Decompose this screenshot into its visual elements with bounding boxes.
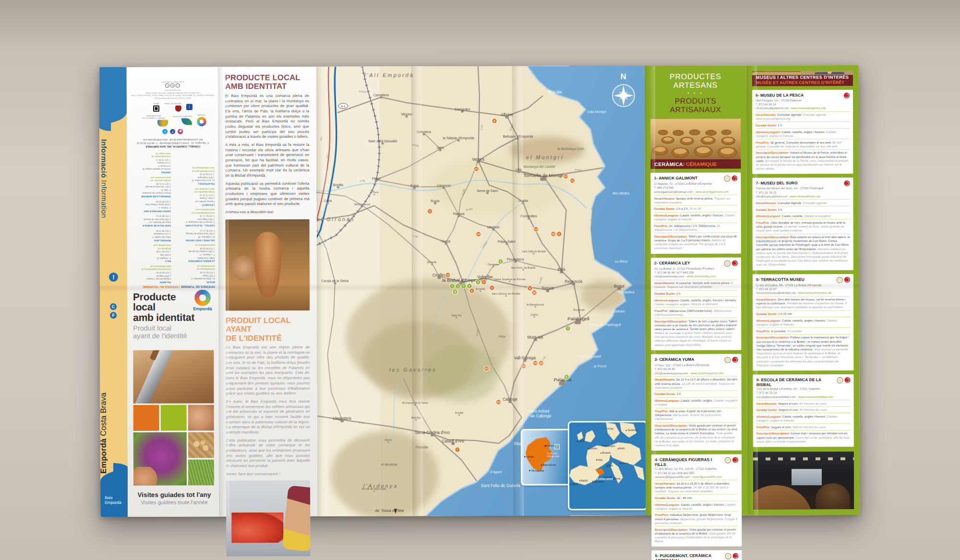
office-line: 17113 Peratallada — [132, 232, 171, 236]
town-dot — [443, 187, 445, 189]
credits-block: Edició: Consell Comarcal del Baix Empord… — [131, 80, 215, 100]
town-dot — [434, 203, 436, 204]
map-town-label: Garrigoles — [455, 107, 470, 111]
field-label-ca: Idiomes/ — [654, 298, 666, 302]
map-town-label: Esclanyà — [574, 308, 585, 311]
bisbal-ceramics-stamp-icon — [724, 176, 730, 182]
map-sea-label: Illes Medes — [612, 191, 630, 195]
office-line: T. 972 63 73 80 — [132, 250, 171, 253]
town-dot — [423, 133, 425, 135]
cork-stoppers-photo — [188, 432, 214, 458]
office-line: 17246 Santa Cristina d'Aro — [132, 203, 171, 206]
field-label-fr: Horaire: — [766, 298, 778, 301]
bisbal-ceramics-stamp-icon — [725, 553, 731, 560]
town-dot — [480, 290, 481, 292]
field-label-fr: Description: — [671, 319, 689, 322]
map-town-label: Jafre — [436, 146, 444, 149]
entry-field: Durada/ Durée: Segons el curs. En foncti… — [756, 406, 851, 413]
entry-contact: annickgalimont@hotmail.com - www.annickg… — [654, 190, 737, 194]
office-name: CALONGE I SANT ANTONI — [175, 238, 215, 241]
map-town-label: Santa Cristina d'Aro — [415, 430, 450, 435]
listing-entry: 2- CERÀMICA LEYAv. La Bisbal, 3 - 17113 … — [651, 257, 742, 350]
map-town-label: Foixà — [410, 184, 419, 187]
catalunya-inset-map: GironaLleidaBarcelonaTarragona La Bisbal… — [521, 429, 573, 485]
entry-field: Durada/ Durée: 1 h 15 min — [756, 310, 850, 317]
map-marker-number: 19 — [497, 401, 500, 404]
intro-title-catalan: PRODUCTE LOCALAMB IDENTITAT — [225, 73, 309, 91]
map-town-label: Verges — [472, 157, 485, 162]
listing-entry: 4- CERÀMIQUES FIGUERAS I FILLSC/ dels Br… — [651, 454, 742, 547]
field-label-fr: Langues: — [768, 130, 781, 133]
entry-email: ceramic@figuerasifills.com - — [655, 475, 693, 478]
field-label-fr: Durée: — [767, 208, 778, 211]
tourist-offices-header: OFICINES DE TURISME / OFFICES DU TOURISM… — [132, 285, 215, 288]
field-label-fr: Prix: — [662, 409, 670, 413]
map-town-label: Sant Feliu de Boada — [511, 266, 536, 269]
map-town-label: Santa Susanna de Peralta — [494, 278, 526, 281]
europe-city-label: Barcelona — [594, 480, 604, 483]
city-dot — [577, 441, 578, 441]
lang-badge-french: F — [110, 312, 117, 319]
field-label-fr: Description: — [772, 432, 791, 435]
city-dot — [545, 445, 546, 447]
map-town-label: Regencós — [565, 279, 583, 284]
field-label-fr: Durée: — [665, 207, 676, 210]
map-region-label: Pedralta — [416, 445, 428, 449]
entry-field: Idiomes/Langues: Català, castellà, anglè… — [756, 413, 851, 423]
pottery-photo — [226, 219, 310, 310]
office-link: turisme@platjadaro.com — [175, 211, 215, 214]
field-value-fr: Catalan et espagnol. — [804, 214, 831, 217]
listing-entry: 9- ESCOLA DE CERÀMICA DE LA BISBALCtra d… — [753, 374, 853, 447]
town-dot — [387, 441, 389, 443]
entry-field: Preu/Prix: 36€/persona (18€/hora/persona… — [654, 307, 738, 318]
intro-text-french: Le Baix Empordà est une région pleine de… — [226, 345, 310, 477]
field-label-ca: Preu/ — [654, 309, 662, 312]
office-name: SANT FELIU DE GUÍXOLS — [132, 224, 171, 227]
field-label-fr: Langues: — [667, 502, 681, 506]
logo-rows: ◉ f t Empordà Empordà Costa Brava CONSEL… — [131, 103, 215, 134]
tourist-offices-list: BEGURAv. Onze de setembre, 517255 BegurT… — [131, 152, 215, 284]
map-town-label: Colomers — [417, 130, 431, 133]
europe-city-label: Amsterdam — [604, 445, 615, 447]
map-marker-number: 21 — [485, 367, 488, 370]
field-label-fr: Durée: — [768, 408, 779, 412]
entry-field: Idiomes/Langues: Català, castellà, anglè… — [654, 297, 738, 307]
tourist-office-item: SANT FELIU DE GUÍXOLSPlaça del Monestir,… — [132, 214, 171, 227]
field-value-ca: 5€ general. Consultar descomptes al seu … — [770, 141, 832, 144]
craft-network-icon — [732, 553, 738, 559]
publisher-address: C. Tarongers, 12 - 17100 La Bisbal d'Emp… — [131, 141, 215, 145]
desk-background: Informació Information ! C F Empordà Cos… — [0, 0, 960, 560]
town-dot — [373, 490, 374, 492]
listing-entry: 5- PUIGDEMONT, CERÀMICA ARTESANALC/ Indú… — [651, 550, 742, 560]
field-value-ca: Català, castellà, anglès, francès i alem… — [680, 298, 736, 301]
town-dot — [456, 317, 457, 319]
tourist-office-item: PALSC. Hospital, 2217256 PalsT. 972 63 7… — [132, 244, 171, 263]
field-label-ca: Descripció/ — [655, 424, 671, 427]
field-label-ca: Horari/ — [654, 197, 663, 200]
field-label-ca: Descripció/ — [655, 527, 671, 531]
field-label-fr: Description: — [671, 424, 689, 427]
inset-city-label: Tarragona — [531, 469, 544, 472]
town-dot — [406, 116, 408, 118]
entry-field: Durada/ Durée: 2 h — [654, 290, 738, 297]
entry-field: Horari/Horaire: Consultar agenda/ Consul… — [756, 111, 850, 122]
office-line: Plaça del Monestir, s/n — [132, 221, 171, 224]
intro-paragraph-fr: Le Baix Empordà est une région pleine de… — [226, 345, 310, 396]
intro-paragraph-fr: Venez faire leur connaissance ! — [226, 472, 310, 477]
field-label-ca: Idiomes/ — [756, 214, 768, 218]
craft-network-icon — [844, 180, 850, 186]
cover-photo-grid — [133, 350, 214, 485]
map-road-label: el Ter — [360, 180, 366, 182]
field-value-ca: Català, castellà. — [782, 214, 804, 218]
entry-field: Durada/ Durée: 1 h — [756, 121, 850, 128]
field-label-ca: Durada/ — [756, 208, 767, 211]
entry-field: Descripció/Description: Visita guiada pe… — [655, 526, 738, 545]
entry-field: Descripció/Description: Ruta exterior en… — [756, 234, 850, 268]
map-town-label: Fenals — [455, 411, 463, 414]
field-label-ca: Descripció/ — [756, 151, 771, 155]
town-dot — [382, 143, 384, 144]
intro-paragraph-fr: En outre, le Baix Empordà vous fera revi… — [226, 399, 310, 435]
exit-badge: S-5 — [338, 103, 348, 108]
map-town-label: Peratallada — [507, 258, 524, 261]
field-label-ca: Idiomes/ — [655, 399, 667, 402]
